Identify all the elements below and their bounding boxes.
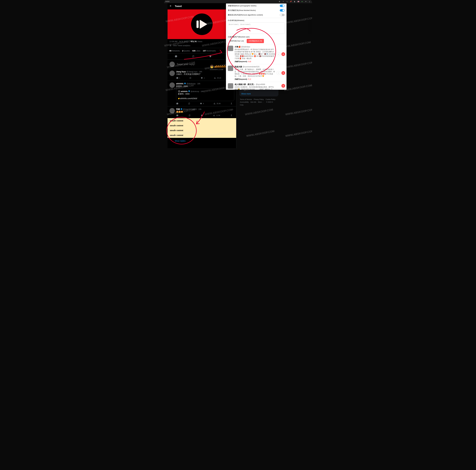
retweet-icon[interactable] [192,55,195,58]
unsafe-label: unsafe content [170,120,234,122]
footer-link[interactable]: Terms of Service [240,98,252,100]
unsafe-label: unsafe content [170,134,234,136]
avatar[interactable] [228,46,233,51]
toggle[interactable] [280,14,285,16]
stat-retweets[interactable]: 90 Retweets [170,50,180,52]
view-count[interactable]: 25.1K [214,77,221,79]
like-count[interactable] [201,114,203,117]
extensions-icon[interactable]: ✦ [305,0,307,2]
retweet-count[interactable] [188,114,191,117]
reply-tweet[interactable]: 安妮 @Jojo23718655 · 19h 😍😍😍 12.5K ··· [168,107,236,118]
reply-count[interactable]: 1 [176,77,180,79]
toggle[interactable] [280,5,285,7]
show-more-link[interactable]: Show more [239,91,278,96]
star-icon[interactable]: ☆ [286,0,288,2]
bookmark-icon[interactable]: ▮ [293,0,296,2]
like-count[interactable]: 1 [201,77,205,79]
footer-link[interactable]: More ··· [258,101,264,103]
avatar[interactable] [228,83,233,89]
stat-quotes[interactable]: 2 Quotes [182,50,190,52]
share-tweet-icon[interactable] [230,114,233,117]
like-icon[interactable] [209,55,212,58]
tweet-text: 大姐大，月光宝盒又变密码了 [176,73,234,75]
retweet-count[interactable] [188,102,190,105]
stat-bookmarks[interactable]: 157 Bookmarks [203,50,216,52]
toggle[interactable] [280,9,285,12]
ext-active-icon[interactable]: ● [301,0,303,2]
clear-list-button[interactable]: 重置列表(Clear List) [228,39,246,43]
reply-input[interactable] [176,63,234,66]
stat-likes[interactable]: 635 Likes [192,50,200,52]
option-show-blocked[interactable]: 显示屏蔽区块(Show blocked blocks) [226,8,287,13]
reply-icon[interactable] [175,55,177,58]
footer-link[interactable]: Privacy Policy [254,98,264,100]
tweet-time: 12:06 AM · Jul 9, 2023 [170,40,188,43]
user-name[interactable]: 安妮 [176,108,180,110]
blocked-user-row: 成人视频大赛（看主页） @sjzx6688 欢迎加入某播影院，每日更新高质量极品… [226,82,287,90]
reply-count[interactable] [176,114,178,117]
avatar[interactable] [170,82,175,88]
minus-button[interactable]: − [276,52,280,56]
share-tweet-icon[interactable] [230,102,233,105]
option-remove-algo[interactable]: 删除算法性内容(Remove algorithmic content) [226,13,287,17]
open-new-icon[interactable]: ⧉ [278,0,281,2]
unsafe-label: unsafe content [170,129,234,132]
footer-links: Terms of Service Privacy Policy Cookie P… [239,96,278,108]
footer-link[interactable]: Ads info [251,101,256,103]
verified-icon [180,108,183,110]
reply-count[interactable] [176,102,178,105]
views-count: 472.7K [191,40,197,43]
like-count[interactable]: 9 [200,102,204,105]
blocked-user-row: 凯妮夫妻 @summerwinter520 原创OL夫妻，妻子健身达人，蜜桃臀，… [226,64,287,82]
unsafe-label: unsafe content [170,124,234,127]
footer-link[interactable]: Accessibility [240,101,249,103]
block-button[interactable]: ⊘ [281,52,285,56]
blocked-user-row: 大琳🍎 @dalinbao 跟外面的莺莺燕燕不一样 我有自己灵魂的反差女M 你可… [226,44,287,64]
avatar[interactable] [228,66,233,71]
pin-icon[interactable]: 📌 [290,0,292,2]
avatar[interactable] [170,108,175,113]
option-block-porn[interactable]: 屏蔽黄推(Block pornographic tweets) [226,3,287,8]
block-all-button[interactable]: 全部屏蔽(Block All) [247,39,264,43]
tweet-age: · 19h [197,108,202,110]
user-handle[interactable]: @Jojo23718655 [183,108,197,110]
self-avatar[interactable] [170,62,175,67]
quote-tweet[interactable]: ahhhhfs @abskoop · 18h 新密码：0000 👉ahhhhfs… [176,89,234,101]
verified-icon [188,90,190,92]
retweet-count[interactable] [189,77,191,79]
views-label: Views [197,40,202,43]
download-icon[interactable]: ⭳ [308,0,311,2]
show-replies-link[interactable]: Show replies [168,138,236,144]
footer-link[interactable]: Cookie Policy [266,98,275,100]
play-icon[interactable] [191,14,213,35]
verified-icon [184,82,186,85]
tweet-age: · 18h [196,83,200,85]
whitelist-label: 白名单列表(Whitelist) [226,18,287,22]
browser-toolbar: 54393 ⧉ ⇪ ☆ 📌 ▮ 🇺🇸 ● ✦ ⭳ [164,0,312,3]
more-icon[interactable]: ··· [231,108,234,111]
back-arrow-icon[interactable] [170,5,172,8]
block-button[interactable]: ⊘ [281,71,285,75]
minus-button[interactable]: − [276,71,280,75]
unsafe-content-block: unsafe content unsafe content unsafe con… [168,118,236,138]
flag-us-icon[interactable]: 🇺🇸 [297,0,299,2]
whitelist-textarea[interactable]: @username1; @username2; [228,22,285,34]
blocked-user-label: 已被屏蔽用户(Blocked user) [226,35,287,39]
user-name[interactable]: ahhhhfs [176,83,184,85]
tweet-text: 😍😍😍 [176,111,234,113]
extension-popup: 屏蔽黄推(Block pornographic tweets) 显示屏蔽区块(S… [226,3,287,90]
user-handle[interactable]: @JiangLiuyu [187,71,197,73]
view-count[interactable]: 12.5K [213,114,220,117]
quote-avatar [178,90,180,92]
user-handle[interactable]: @abskoop [187,83,196,85]
url-fragment: 54393 [165,1,170,2]
user-name[interactable]: Jiang liuyu [176,71,186,73]
page-title: Tweet [175,5,182,8]
tweet-age: · 18h [198,71,202,73]
block-button[interactable]: ⊘ [281,84,285,88]
view-count[interactable]: 35.9K [213,102,221,105]
tweet-text: 新密码：0000 [176,85,234,88]
share-icon[interactable]: ⇪ [282,0,284,2]
avatar[interactable] [170,71,175,76]
